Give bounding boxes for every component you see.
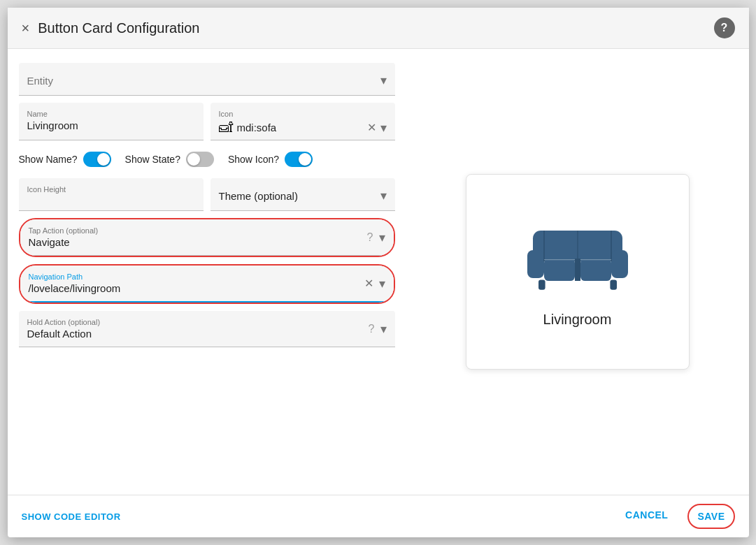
preview-card: Livingroom [466, 174, 690, 370]
nav-path-value: /lovelace/livingroom [29, 282, 121, 294]
tap-action-help-icon[interactable]: ? [367, 231, 373, 244]
theme-dropdown[interactable]: Theme (optional) ▾ [211, 178, 395, 211]
height-theme-row: Icon Height Theme (optional) ▾ [19, 178, 395, 211]
nav-path-inner[interactable]: Navigation Path /lovelace/livingroom ✕ ▾ [20, 266, 394, 303]
hold-action-help-icon[interactable]: ? [369, 323, 375, 335]
svg-rect-6 [539, 279, 545, 289]
icon-height-field[interactable]: Icon Height [19, 178, 204, 211]
theme-chevron-icon: ▾ [380, 188, 387, 203]
nav-path-clear-icon[interactable]: ✕ [364, 277, 373, 290]
close-icon[interactable]: × [22, 21, 30, 35]
dialog-container: × Button Card Configuration ? Entity ▾ N… [8, 8, 749, 537]
show-icon-toggle-group: Show Icon? [228, 152, 313, 167]
svg-rect-1 [527, 250, 544, 278]
dialog-footer: SHOW CODE EDITOR CANCEL SAVE [8, 495, 749, 537]
svg-rect-4 [580, 259, 611, 281]
tap-action-controls: ? ▾ [367, 230, 385, 245]
dialog-header: × Button Card Configuration ? [8, 8, 749, 49]
show-state-toggle[interactable] [186, 152, 214, 167]
icon-label: Icon [219, 110, 387, 118]
toggles-row: Show Name? Show State? Show Icon? [19, 147, 395, 171]
icon-chevron-icon: ▾ [380, 120, 387, 136]
show-name-thumb [97, 153, 110, 166]
hold-action-label: Hold Action (optional) [27, 318, 101, 326]
nav-path-label: Navigation Path [29, 272, 121, 281]
nav-path-controls: ✕ ▾ [364, 276, 385, 291]
show-state-toggle-group: Show State? [125, 152, 214, 167]
show-state-thumb [187, 153, 200, 166]
icon-height-label: Icon Height [27, 185, 195, 194]
show-name-label: Show Name? [19, 154, 78, 165]
svg-rect-5 [575, 259, 580, 281]
nav-path-chevron-icon: ▾ [379, 276, 385, 291]
show-icon-toggle[interactable] [285, 152, 313, 167]
cancel-button[interactable]: CANCEL [617, 504, 676, 529]
name-icon-row: Name Livingroom Icon 🛋 mdi:sofa ✕ ▾ [19, 103, 395, 140]
hold-action-content: Hold Action (optional) Default Action [27, 318, 101, 340]
left-panel: Entity ▾ Name Livingroom Icon 🛋 mdi:sofa… [8, 49, 406, 495]
svg-rect-7 [610, 279, 617, 289]
name-field[interactable]: Name Livingroom [19, 103, 204, 140]
hold-action-section[interactable]: Hold Action (optional) Default Action ? … [19, 311, 395, 347]
tap-action-value: Navigate [29, 236, 99, 248]
tap-action-section: Tap Action (optional) Navigate ? ▾ [19, 218, 395, 257]
nav-path-content: Navigation Path /lovelace/livingroom [29, 272, 121, 294]
svg-rect-3 [544, 259, 575, 281]
name-value: Livingroom [27, 119, 195, 131]
name-label: Name [27, 110, 195, 118]
show-state-label: Show State? [125, 154, 180, 165]
show-name-toggle[interactable] [83, 152, 111, 167]
title-row: × Button Card Configuration [22, 20, 200, 36]
theme-label: Theme (optional) [219, 190, 298, 202]
tap-action-label: Tap Action (optional) [29, 226, 99, 235]
tap-action-inner[interactable]: Tap Action (optional) Navigate ? ▾ [20, 219, 394, 256]
help-icon[interactable]: ? [714, 17, 735, 38]
icon-value: mdi:sofa [237, 122, 277, 133]
tap-action-chevron-icon: ▾ [379, 230, 385, 245]
footer-right: CANCEL SAVE [617, 504, 734, 529]
show-icon-thumb [299, 153, 311, 166]
entity-dropdown[interactable]: Entity ▾ [19, 63, 395, 96]
tap-action-content: Tap Action (optional) Navigate [29, 226, 99, 248]
icon-clear-icon[interactable]: ✕ [367, 121, 376, 134]
right-panel: Livingroom [406, 49, 749, 495]
hold-action-value: Default Action [27, 328, 101, 340]
icon-field-inner: 🛋 mdi:sofa ✕ ▾ [219, 119, 387, 136]
show-name-toggle-group: Show Name? [19, 152, 111, 167]
dialog-body: Entity ▾ Name Livingroom Icon 🛋 mdi:sofa… [8, 49, 749, 495]
dialog-title: Button Card Configuration [38, 20, 199, 36]
svg-rect-2 [611, 250, 628, 278]
hold-action-controls: ? ▾ [369, 321, 387, 337]
sofa-icon [522, 217, 634, 300]
save-button[interactable]: SAVE [687, 504, 734, 529]
icon-field[interactable]: Icon 🛋 mdi:sofa ✕ ▾ [211, 103, 395, 140]
show-icon-label: Show Icon? [228, 154, 279, 165]
nav-path-section: Navigation Path /lovelace/livingroom ✕ ▾ [19, 264, 395, 304]
show-code-button[interactable]: SHOW CODE EDITOR [22, 511, 121, 522]
entity-chevron-icon: ▾ [380, 73, 387, 88]
preview-room-label: Livingroom [543, 312, 612, 328]
icon-preview-glyph: 🛋 [219, 119, 233, 136]
entity-label: Entity [27, 75, 54, 87]
hold-action-chevron-icon: ▾ [380, 321, 387, 337]
